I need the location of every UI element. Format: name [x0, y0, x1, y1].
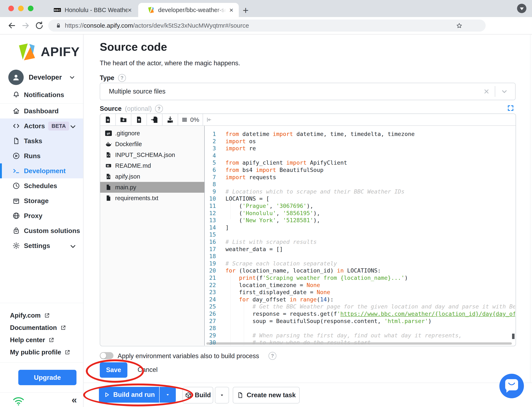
back-button[interactable]: [7, 21, 17, 30]
reload-button[interactable]: [34, 21, 44, 30]
page-scrollbar-edge: [530, 34, 530, 383]
sidebar-link-documentation[interactable]: Documentation: [0, 321, 83, 334]
upload-file-button[interactable]: [131, 114, 147, 125]
bookmark-star-icon[interactable]: [456, 22, 463, 29]
download-all-button[interactable]: [162, 114, 178, 125]
docker-file-icon: [105, 141, 112, 147]
close-tab-icon[interactable]: ×: [128, 7, 132, 14]
sidebar-link-apify-com[interactable]: Apify.com: [0, 309, 83, 321]
browser-menu-button[interactable]: [517, 4, 526, 13]
sidebar-item-actors[interactable]: ActorsBETA: [0, 118, 83, 133]
file-tree-item-requirements-txt[interactable]: requirements.txt: [100, 193, 204, 204]
browser-tab-apify-console[interactable]: developer/bbc-weather-scrape ×: [138, 3, 239, 17]
help-icon[interactable]: ?: [118, 74, 126, 82]
code-editor[interactable]: 1from datetime import datetime, time, ti…: [205, 126, 515, 345]
sidebar-item-label: Settings: [24, 242, 50, 250]
account-switcher[interactable]: Developer: [0, 69, 83, 86]
line-number: 18: [205, 252, 216, 260]
code-line-17: 17weather_data = []: [205, 245, 283, 253]
file-tree-item-main-py[interactable]: main.py: [100, 182, 204, 193]
file-tree-item-README-md[interactable]: M↓README.md: [100, 160, 204, 171]
line-number: 1: [205, 130, 216, 138]
build-dropdown[interactable]: [215, 387, 229, 403]
create-new-task-button[interactable]: Create new task: [233, 387, 300, 403]
terminal-icon: [12, 167, 20, 175]
sidebar-item-runs[interactable]: Runs: [0, 149, 83, 163]
chat-bubble-icon: [505, 379, 518, 390]
apify-logo[interactable]: APIFY: [17, 41, 80, 62]
line-number: 17: [205, 245, 216, 253]
help-icon[interactable]: ?: [269, 352, 276, 360]
sidebar-item-proxy[interactable]: Proxy: [0, 208, 83, 223]
line-number: 14: [205, 224, 216, 231]
collapse-sidebar-icon[interactable]: «: [71, 394, 77, 405]
fullscreen-icon[interactable]: [507, 105, 514, 112]
code-icon: [12, 122, 20, 130]
new-tab-button[interactable]: +: [243, 5, 248, 16]
vertical-scrollbar[interactable]: [512, 334, 515, 339]
code-line-6: 6from bs4 import BeautifulSoup: [205, 166, 323, 173]
file-name: .gitignore: [115, 130, 140, 137]
minimize-window-button[interactable]: [18, 6, 24, 11]
file-tree-item--gitignore[interactable]: git.gitignore: [100, 128, 204, 139]
clear-icon[interactable]: [483, 88, 490, 95]
apify-favicon: [147, 7, 154, 13]
type-select[interactable]: Multiple source files: [100, 83, 516, 100]
sidebar-item-custom-solutions[interactable]: Custom solutions: [0, 223, 83, 238]
sidebar-item-dashboard[interactable]: Dashboard: [0, 103, 83, 118]
help-icon[interactable]: ?: [155, 105, 163, 113]
new-file-button[interactable]: [100, 114, 116, 125]
chevron-down-icon[interactable]: [501, 88, 508, 95]
globe-icon: [12, 211, 20, 220]
collapse-left-button[interactable]: [203, 114, 215, 125]
sidebar-link-my-public-profile[interactable]: My public profile: [0, 346, 83, 358]
line-number: 27: [205, 317, 216, 325]
file-tree-item-INPUT-SCHEMA-json[interactable]: INPUT_SCHEMA.json: [100, 149, 204, 160]
window-controls[interactable]: [8, 6, 33, 11]
sidebar-item-tasks[interactable]: Tasks: [0, 133, 83, 149]
divider: [0, 303, 83, 303]
sidebar-item-label: Proxy: [24, 212, 42, 220]
code-line-11: 11 ('Prague', '3067696'),: [205, 202, 313, 210]
line-number: 19: [205, 260, 216, 267]
sidebar-item-storage[interactable]: Storage: [0, 193, 83, 208]
account-name: Developer: [29, 73, 62, 81]
code-line-29: 29 # When parsing the first day, find ou…: [205, 332, 462, 339]
zoom-window-button[interactable]: [28, 6, 33, 11]
beta-badge: BETA: [48, 122, 69, 131]
import-file-button[interactable]: [147, 114, 162, 125]
close-window-button[interactable]: [8, 6, 14, 11]
sidebar-item-label: Notifications: [24, 91, 64, 99]
sidebar-link-help-center[interactable]: Help center: [0, 334, 83, 346]
git-file-icon: git: [105, 130, 112, 137]
plainfile-file-icon: [105, 184, 112, 191]
code-line-27: 27 soup = BeautifulSoup(response.content…: [205, 317, 432, 325]
sidebar-item-notifications[interactable]: Notifications: [0, 86, 83, 103]
file-tree-item-Dockerfile[interactable]: Dockerfile: [100, 139, 204, 149]
file-icon: [237, 392, 244, 399]
url-bar[interactable]: https://console.apify.com/actors/dev/k5t…: [48, 20, 486, 31]
sidebar-item-development[interactable]: Development: [0, 163, 83, 178]
chat-widget-button[interactable]: [499, 374, 524, 398]
line-number: 29: [205, 332, 216, 339]
lock-icon[interactable]: [55, 23, 62, 29]
new-folder-button[interactable]: [116, 114, 131, 125]
sidebar-item-label: Development: [24, 167, 66, 175]
code-line-1: 1from datetime import datetime, time, ti…: [205, 130, 415, 138]
forward-button[interactable]: [21, 21, 30, 30]
file-tree-item-apify-json[interactable]: apify.json: [100, 171, 204, 182]
file-tree: git.gitignoreDockerfileINPUT_SCHEMA.json…: [100, 126, 205, 345]
env-vars-toggle[interactable]: [100, 352, 114, 359]
chevron-down-icon: [69, 74, 76, 81]
browser-tab-bbc-weather[interactable]: BBC Honolulu - BBC Weather ×: [45, 3, 137, 17]
gear-icon: [12, 242, 20, 250]
code-line-9: 9# Locations which to scrape and their B…: [205, 188, 405, 195]
optional-label: (optional): [125, 105, 152, 112]
line-number: 20: [205, 267, 216, 274]
sidebar-item-settings[interactable]: Settings: [0, 238, 83, 253]
close-tab-icon[interactable]: ×: [229, 7, 233, 14]
diff-progress-indicator[interactable]: 0%: [178, 114, 203, 125]
upgrade-button[interactable]: Upgrade: [18, 370, 77, 385]
code-line-14: 14]: [205, 224, 229, 231]
sidebar-item-schedules[interactable]: Schedules: [0, 178, 83, 193]
